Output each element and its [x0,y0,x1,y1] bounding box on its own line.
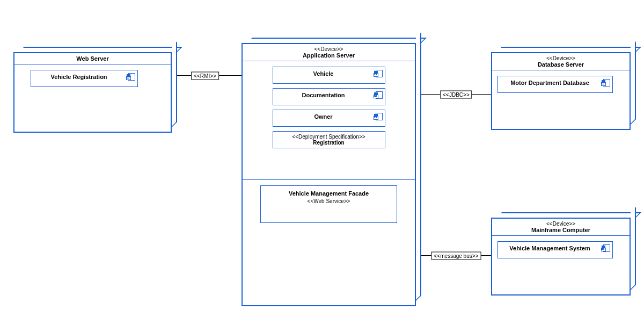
component-icon [374,113,382,119]
service-stereotype: <<Web Service>> [265,198,392,204]
web-server-title-text: Web Server [76,55,108,62]
service-vehicle-management-facade: Vehicle Management Facade <<Web Service>… [260,185,397,223]
component-icon [374,91,382,98]
component-icon [602,79,609,85]
connector-msgbus-label: <<message bus>> [431,252,481,260]
connector-jdbc-label: <<JDBC>> [440,91,472,99]
component-label: Vehicle Registration [50,74,107,80]
component-label: Vehicle [313,70,334,77]
component-owner: Owner [273,110,385,127]
connector-jdbc: <<JDBC>> [421,94,491,95]
component-vehicle: Vehicle [273,67,385,84]
web-server-title: Web Server [14,53,171,64]
app-server-stereotype: <<Device>> [245,46,413,52]
app-server-header: <<Device>> Application Server [243,44,415,61]
component-label: Vehicle Management System [509,245,590,251]
node-app-server: <<Device>> Application Server Vehicle Do… [241,43,416,306]
mainframe-stereotype: <<Device>> [494,221,627,227]
component-label: Documentation [302,92,345,98]
component-icon [127,73,134,80]
spec-registration: <<Deployment Specification>> Registratio… [273,131,385,148]
component-documentation: Documentation [273,88,385,105]
app-server-title: Application Server [303,52,355,59]
db-server-header: <<Device>> Database Server [492,53,630,70]
spec-name: Registration [313,140,344,146]
db-server-stereotype: <<Device>> [494,55,627,61]
component-icon [374,70,382,76]
spec-stereotype: <<Deployment Specification>> [275,134,383,140]
connector-rmi-label: <<RMI>> [191,72,219,80]
component-vehicle-registration: Vehicle Registration [31,70,138,87]
service-name: Vehicle Management Facade [289,190,369,197]
connector-rmi: <<RMI>> [177,75,241,76]
mainframe-header: <<Device>> Mainframe Computer [492,219,630,236]
component-label: Owner [314,113,332,120]
component-vms: Vehicle Management System [497,241,613,258]
divider [243,179,415,180]
node-mainframe: <<Device>> Mainframe Computer Vehicle Ma… [491,218,631,296]
mainframe-title: Mainframe Computer [531,227,590,233]
component-icon [602,244,609,251]
node-web-server: Web Server Vehicle Registration [13,52,172,133]
component-motor-db: Motor Department Database [497,76,613,93]
db-server-title: Database Server [538,61,584,68]
node-db-server: <<Device>> Database Server Motor Departm… [491,52,631,130]
component-label: Motor Department Database [510,80,589,86]
connector-msgbus: <<message bus>> [421,255,491,256]
